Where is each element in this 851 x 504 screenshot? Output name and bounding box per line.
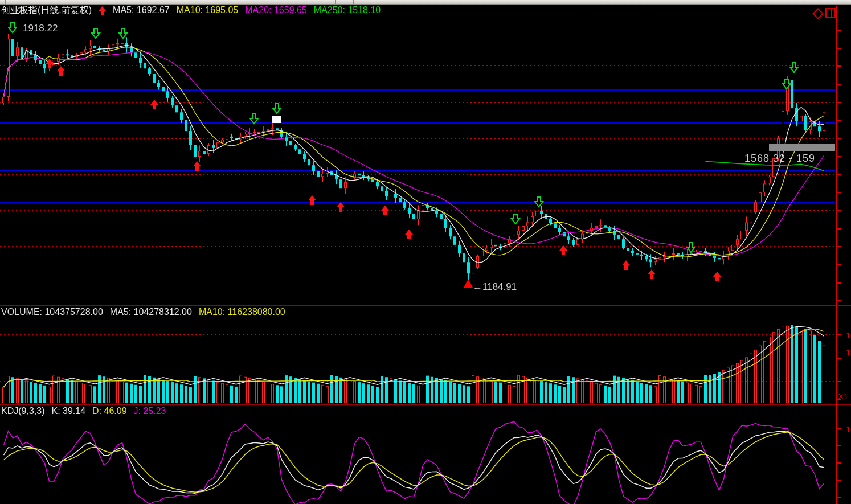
- symbol-title: 创业板指(日线.前复权): [1, 5, 92, 15]
- kdj-name: KDJ(9,3,3): [1, 406, 44, 416]
- toolbar-bottom-edge: [0, 0, 851, 5]
- up-arrow-icon: [99, 6, 106, 15]
- volume-ma10-value: MA10: 116238080.00: [199, 307, 285, 317]
- split-window-icon[interactable]: [825, 8, 836, 18]
- kdj-header: KDJ(9,3,3) K: 39.14 D: 46.09 J: 25.23: [1, 406, 166, 416]
- volume-axis-label: 1: [846, 330, 850, 340]
- volume-ma5-value: MA5: 104278312.00: [110, 307, 192, 317]
- low-price-label: ←1184.91: [473, 281, 517, 293]
- split-window-divider: [831, 9, 832, 17]
- ma20-value: MA20: 1659.65: [245, 5, 307, 15]
- volume-header: VOLUME: 104375728.00 MA5: 104278312.00 M…: [1, 307, 285, 317]
- toolbar-separator: [5, 0, 6, 5]
- kdj-axis-label: 1: [846, 424, 850, 434]
- toolbar-separator: [335, 0, 336, 5]
- volume-axis-label: 1: [846, 347, 850, 357]
- high-price-label: 1918.22: [23, 23, 58, 34]
- volume-value: VOLUME: 104375728.00: [1, 307, 103, 317]
- toolbar-separator: [353, 0, 354, 5]
- range-highlight-bar: [769, 144, 835, 151]
- volume-scale-label: X1: [838, 391, 848, 401]
- kdj-j-value: J: 25.23: [134, 406, 166, 416]
- ma10-value: MA10: 1695.05: [177, 5, 239, 15]
- ma5-value: MA5: 1692.67: [113, 5, 170, 15]
- range-label: 1568.32 - 159: [744, 153, 815, 165]
- ma250-value: MA250: 1518.10: [314, 5, 381, 15]
- chart-canvas[interactable]: [0, 0, 851, 504]
- stock-chart-app: 创业板指(日线.前复权) MA5: 1692.67 MA10: 1695.05 …: [0, 0, 851, 504]
- kdj-d-value: D: 46.09: [92, 406, 126, 416]
- kdj-k-value: K: 39.14: [51, 406, 85, 416]
- main-chart-header: 创业板指(日线.前复权) MA5: 1692.67 MA10: 1695.05 …: [1, 5, 381, 15]
